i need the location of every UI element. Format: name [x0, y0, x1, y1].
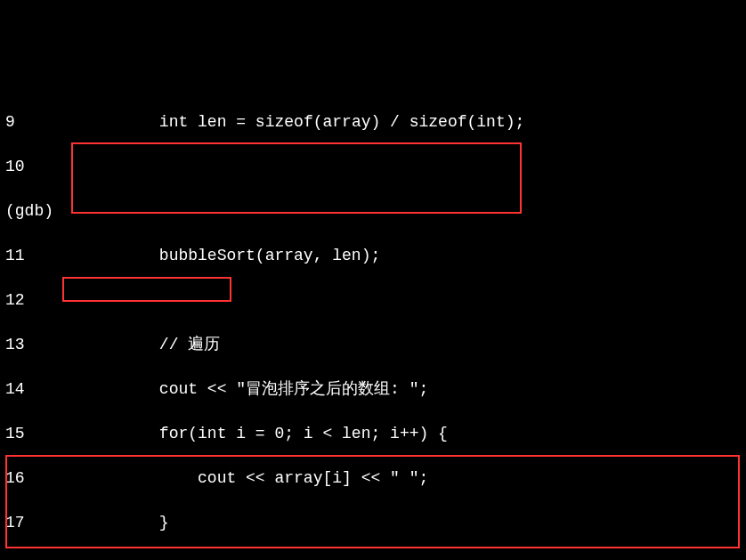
src-line: 14 cout << "冒泡排序之后的数组: ";: [5, 378, 741, 401]
src-line: 16 cout << array[i] << " ";: [5, 467, 741, 490]
src-line: 11 bubbleSort(array, len);: [5, 245, 741, 267]
src-line: 18 cout << endl;: [5, 556, 741, 560]
src-line: 13 // 遍历: [5, 334, 741, 356]
src-line: 17 }: [5, 512, 741, 534]
src-line: 9 int len = sizeof(array) / sizeof(int);: [5, 111, 741, 134]
src-line: 12: [5, 289, 741, 312]
src-line: 15 for(int i = 0; i < len; i++) {: [5, 423, 741, 445]
gdb-prompt: (gdb): [5, 200, 741, 223]
src-line: 10: [5, 156, 741, 178]
terminal-output: 9 int len = sizeof(array) / sizeof(int);…: [0, 89, 746, 560]
